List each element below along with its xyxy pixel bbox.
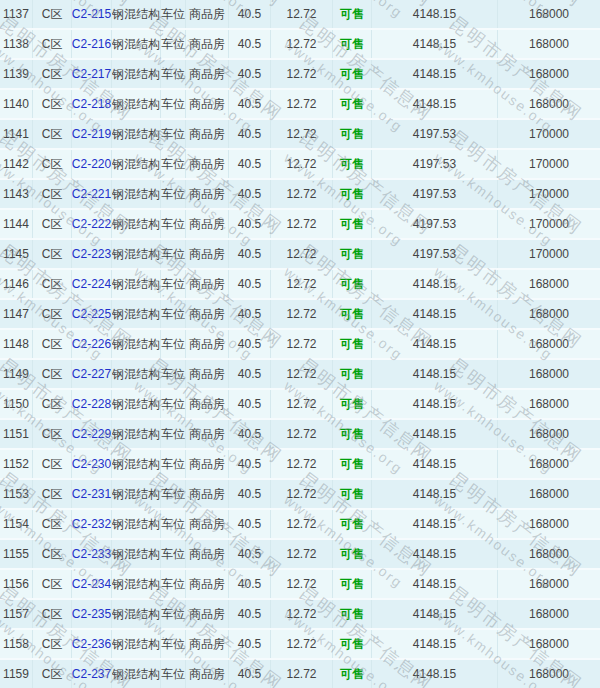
cell-inner-area: 12.72 (271, 450, 333, 478)
unit-link[interactable]: C2-232 (72, 510, 112, 538)
cell-build-area: 40.5 (229, 510, 271, 538)
cell-structure: 钢混结构 (112, 480, 161, 508)
cell-type: 商品房 (186, 420, 229, 448)
cell-total-price: 168000 (498, 420, 600, 448)
unit-link[interactable]: C2-222 (72, 210, 112, 238)
status-badge: 可售 (333, 420, 372, 448)
cell-unit-price: 4148.15 (372, 270, 498, 298)
cell-unit-price: 4197.53 (372, 240, 498, 268)
cell-inner-area: 12.72 (271, 510, 333, 538)
cell-total-price: 168000 (498, 360, 600, 388)
cell-structure: 钢混结构 (112, 360, 161, 388)
cell-build-area: 40.5 (229, 360, 271, 388)
cell-type: 商品房 (186, 330, 229, 358)
cell-build-area: 40.5 (229, 270, 271, 298)
unit-link[interactable]: C2-234 (72, 570, 112, 598)
unit-link[interactable]: C2-217 (72, 60, 112, 88)
unit-link[interactable]: C2-218 (72, 90, 112, 118)
unit-link[interactable]: C2-230 (72, 450, 112, 478)
cell-row-number: 1156 (0, 570, 33, 598)
cell-row-number: 1159 (0, 660, 33, 688)
status-badge: 可售 (333, 360, 372, 388)
cell-inner-area: 12.72 (271, 420, 333, 448)
unit-link[interactable]: C2-228 (72, 390, 112, 418)
units-table: 1137 C区 C2-215 钢混结构 车位 商品房 40.5 12.72 可售… (0, 0, 600, 688)
unit-link[interactable]: C2-237 (72, 660, 112, 688)
cell-usage: 车位 (161, 360, 186, 388)
table-row: 1145 C区 C2-223 钢混结构 车位 商品房 40.5 12.72 可售… (0, 238, 600, 268)
table-row: 1155 C区 C2-233 钢混结构 车位 商品房 40.5 12.72 可售… (0, 538, 600, 568)
cell-structure: 钢混结构 (112, 540, 161, 568)
table-row: 1146 C区 C2-224 钢混结构 车位 商品房 40.5 12.72 可售… (0, 268, 600, 298)
unit-link[interactable]: C2-216 (72, 30, 112, 58)
cell-zone: C区 (33, 360, 72, 388)
cell-unit-price: 4148.15 (372, 0, 498, 28)
cell-inner-area: 12.72 (271, 180, 333, 208)
table-row: 1140 C区 C2-218 钢混结构 车位 商品房 40.5 12.72 可售… (0, 88, 600, 118)
table-row: 1156 C区 C2-234 钢混结构 车位 商品房 40.5 12.72 可售… (0, 568, 600, 598)
table-row: 1137 C区 C2-215 钢混结构 车位 商品房 40.5 12.72 可售… (0, 0, 600, 28)
unit-link[interactable]: C2-220 (72, 150, 112, 178)
unit-link[interactable]: C2-235 (72, 600, 112, 628)
unit-link[interactable]: C2-236 (72, 630, 112, 658)
cell-total-price: 168000 (498, 630, 600, 658)
cell-type: 商品房 (186, 90, 229, 118)
unit-link[interactable]: C2-219 (72, 120, 112, 148)
cell-zone: C区 (33, 450, 72, 478)
cell-build-area: 40.5 (229, 330, 271, 358)
unit-link[interactable]: C2-215 (72, 0, 112, 28)
cell-total-price: 168000 (498, 540, 600, 568)
cell-row-number: 1150 (0, 390, 33, 418)
cell-inner-area: 12.72 (271, 90, 333, 118)
unit-link[interactable]: C2-227 (72, 360, 112, 388)
cell-total-price: 168000 (498, 390, 600, 418)
unit-link[interactable]: C2-226 (72, 330, 112, 358)
unit-link[interactable]: C2-221 (72, 180, 112, 208)
unit-link[interactable]: C2-231 (72, 480, 112, 508)
table-row: 1148 C区 C2-226 钢混结构 车位 商品房 40.5 12.72 可售… (0, 328, 600, 358)
cell-unit-price: 4148.15 (372, 630, 498, 658)
cell-inner-area: 12.72 (271, 570, 333, 598)
status-badge: 可售 (333, 240, 372, 268)
cell-structure: 钢混结构 (112, 510, 161, 538)
cell-structure: 钢混结构 (112, 390, 161, 418)
cell-type: 商品房 (186, 450, 229, 478)
table-row: 1159 C区 C2-237 钢混结构 车位 商品房 40.5 12.72 可售… (0, 658, 600, 688)
cell-row-number: 1151 (0, 420, 33, 448)
cell-row-number: 1149 (0, 360, 33, 388)
unit-link[interactable]: C2-224 (72, 270, 112, 298)
cell-usage: 车位 (161, 270, 186, 298)
cell-zone: C区 (33, 420, 72, 448)
cell-usage: 车位 (161, 90, 186, 118)
cell-structure: 钢混结构 (112, 270, 161, 298)
unit-link[interactable]: C2-223 (72, 240, 112, 268)
cell-unit-price: 4197.53 (372, 120, 498, 148)
cell-row-number: 1146 (0, 270, 33, 298)
unit-link[interactable]: C2-229 (72, 420, 112, 448)
cell-inner-area: 12.72 (271, 390, 333, 418)
cell-type: 商品房 (186, 180, 229, 208)
unit-link[interactable]: C2-225 (72, 300, 112, 328)
cell-usage: 车位 (161, 210, 186, 238)
cell-unit-price: 4197.53 (372, 210, 498, 238)
cell-type: 商品房 (186, 360, 229, 388)
cell-type: 商品房 (186, 0, 229, 28)
table-row: 1147 C区 C2-225 钢混结构 车位 商品房 40.5 12.72 可售… (0, 298, 600, 328)
cell-usage: 车位 (161, 240, 186, 268)
unit-link[interactable]: C2-233 (72, 540, 112, 568)
cell-total-price: 170000 (498, 210, 600, 238)
cell-type: 商品房 (186, 270, 229, 298)
cell-type: 商品房 (186, 210, 229, 238)
cell-total-price: 168000 (498, 510, 600, 538)
cell-usage: 车位 (161, 630, 186, 658)
cell-structure: 钢混结构 (112, 180, 161, 208)
cell-build-area: 40.5 (229, 450, 271, 478)
cell-total-price: 168000 (498, 30, 600, 58)
cell-structure: 钢混结构 (112, 90, 161, 118)
cell-inner-area: 12.72 (271, 480, 333, 508)
cell-row-number: 1138 (0, 30, 33, 58)
cell-unit-price: 4148.15 (372, 60, 498, 88)
cell-structure: 钢混结构 (112, 660, 161, 688)
cell-row-number: 1154 (0, 510, 33, 538)
status-badge: 可售 (333, 270, 372, 298)
